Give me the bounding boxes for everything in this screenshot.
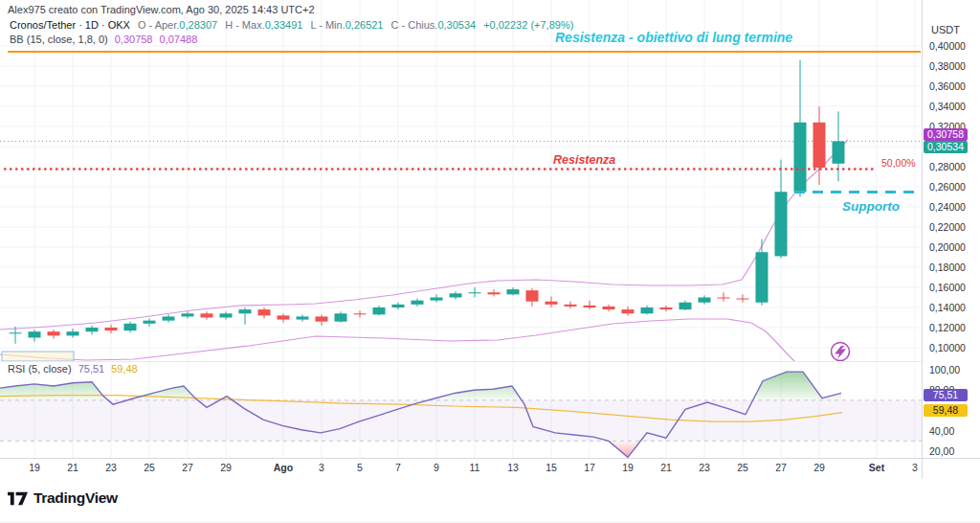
date-tick-label: 29 — [220, 462, 232, 473]
price-tick-label: 0,16000 — [929, 282, 966, 293]
candle-body — [278, 315, 290, 319]
date-tick-label: 3 — [319, 462, 324, 473]
price-tick-label: 0,38000 — [929, 60, 966, 72]
candle-body — [144, 321, 156, 324]
tradingview-logo[interactable]: TradingView — [8, 489, 118, 507]
candle-body — [354, 313, 367, 314]
candle-body — [163, 316, 175, 320]
date-tick-label: 25 — [737, 462, 748, 473]
fib-50-percent-label: 50,00% — [881, 157, 916, 169]
symbol-title[interactable]: Cronos/Tether · 1D · OKX — [10, 19, 130, 31]
candle-body — [431, 298, 443, 301]
date-tick-label: 11 — [470, 462, 480, 473]
price-tick-label: 0,40000 — [929, 40, 966, 52]
candle-body — [526, 290, 539, 302]
price-tick-label: 0,20000 — [929, 241, 966, 253]
price-tick-label: 0,24000 — [929, 201, 966, 213]
candle-body — [220, 313, 233, 317]
candle-body — [335, 313, 347, 321]
candle-body — [756, 252, 768, 303]
bb-label: BB (15, close, 1,8, 0) — [10, 34, 108, 45]
high-label: H - Max. — [225, 19, 265, 31]
date-tick-label: 21 — [67, 462, 78, 473]
date-tick-label: 7 — [395, 462, 401, 473]
price-tick-label: 40,00 — [929, 425, 954, 437]
candle-body — [660, 307, 673, 309]
attribution: Alex975 creato con TradingView.com, Ago … — [8, 4, 315, 15]
time-axis[interactable]: 192123252729Ago357911131517192123252729S… — [29, 462, 918, 473]
rsi-indicator-legend[interactable]: RSI (5, close)75,5159,48 — [8, 363, 138, 375]
price-tick-label: 0,36000 — [929, 80, 966, 92]
resistance-label[interactable]: Resistenza — [553, 153, 615, 167]
price-tick-label: 100,00 — [929, 364, 960, 375]
date-tick-label: 25 — [144, 462, 155, 473]
candle-body — [679, 303, 692, 309]
price-tick-label: 0,26000 — [929, 181, 966, 193]
candle-body — [373, 307, 386, 314]
candle-body — [641, 307, 654, 313]
candle-body — [775, 192, 788, 256]
price-tick-label: 0,12000 — [929, 322, 966, 333]
date-tick-label: 21 — [660, 462, 672, 473]
bb-indicator-legend[interactable]: BB (15, close, 1,8, 0)0,307580,07488 — [10, 34, 197, 45]
chart-canvas[interactable]: 0,400000,380000,360000,340000,320000,300… — [0, 0, 980, 523]
date-tick-label: Set — [869, 462, 885, 473]
high-value: 0,33491 — [265, 19, 303, 31]
close-label: C - Chius. — [390, 19, 437, 31]
price-axis-unit: USDT — [931, 24, 960, 35]
candle-body — [67, 331, 79, 335]
last-price-badge: 0,30534 — [924, 141, 968, 153]
candle-body — [316, 316, 328, 321]
rsi-ma-value-badge: 59,48 — [924, 404, 968, 417]
date-tick-label: 17 — [584, 462, 595, 473]
candle-body — [813, 123, 826, 168]
low-label: L - Min. — [310, 19, 345, 31]
rsi-value: 75,51 — [78, 363, 105, 375]
long-term-resistance-label[interactable]: Resistenza - obiettivo di lung termine — [555, 30, 792, 45]
candle-body — [239, 309, 252, 313]
symbol-legend: Cronos/Tether · 1D · OKXO - Aper.0,28307… — [10, 19, 573, 31]
candle-body — [507, 289, 520, 294]
candle-body — [737, 299, 749, 300]
date-tick-label: 23 — [699, 462, 710, 473]
date-tick-label: 27 — [182, 462, 193, 473]
candle-body — [86, 328, 99, 331]
candle-body — [603, 307, 615, 309]
bollinger-bands — [0, 140, 848, 368]
support-label[interactable]: Supporto — [842, 199, 900, 214]
date-tick-label: 19 — [622, 462, 634, 473]
candle-body — [105, 328, 118, 330]
candle-body — [392, 305, 405, 307]
rsi-value-badge: 75,51 — [924, 389, 968, 401]
price-tick-label: 0,18000 — [929, 262, 966, 273]
candlesticks — [10, 60, 845, 344]
note-box[interactable] — [2, 352, 74, 361]
bb-lower-value: 0,07488 — [159, 34, 197, 45]
candle-body — [833, 141, 845, 163]
date-tick-label: Ago — [274, 462, 293, 473]
rsi-ma-value: 59,48 — [111, 363, 138, 375]
date-tick-label: 5 — [357, 462, 363, 473]
candle-body — [794, 123, 807, 192]
price-tick-label: 0,34000 — [929, 101, 966, 112]
date-tick-label: 23 — [105, 462, 117, 473]
date-tick-label: 19 — [29, 462, 40, 473]
bb-upper-price-badge: 0,30758 — [924, 128, 968, 141]
candle-body — [29, 331, 41, 337]
candle-body — [124, 324, 137, 330]
candle-body — [584, 306, 596, 307]
candle-body — [718, 298, 730, 299]
candle-body — [699, 298, 711, 303]
price-tick-label: 0,22000 — [929, 221, 966, 233]
price-tick-label: 0,10000 — [929, 342, 966, 353]
price-tick-label: 20,00 — [929, 445, 954, 457]
candle-body — [546, 302, 558, 305]
candle-body — [565, 305, 577, 307]
date-tick-label: 15 — [546, 462, 557, 473]
date-tick-label: 9 — [434, 462, 439, 473]
date-tick-label: 3 — [912, 462, 918, 473]
candle-body — [297, 316, 309, 319]
candle-body — [469, 292, 481, 293]
tradingview-logo-text: TradingView — [33, 489, 118, 507]
tradingview-logo-icon — [8, 491, 28, 506]
